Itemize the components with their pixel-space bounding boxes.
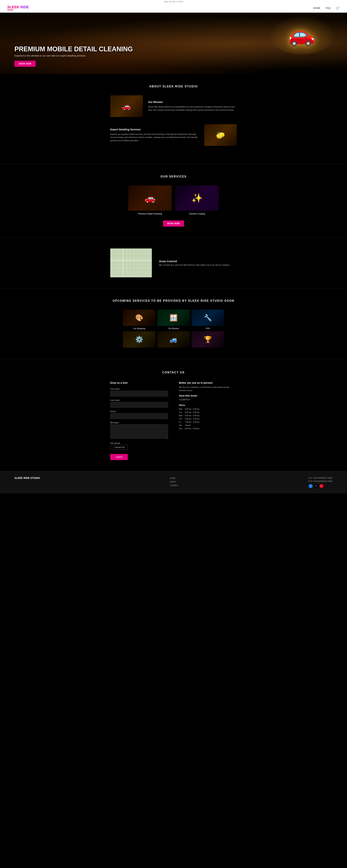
hours-row-fri: Fri 7:00 am - 3:00 pm <box>179 421 237 424</box>
hero-content: PREMIUM MOBILE DETAIL CLEANING Experienc… <box>15 45 332 67</box>
first-name-label: First name <box>110 388 168 390</box>
upcoming-card-5: 🚙 <box>157 331 190 349</box>
footer-link-contact[interactable]: CONTACT <box>170 484 179 487</box>
footer-logo: SLEEK RIDE STUDIO <box>15 476 40 479</box>
about-services-image: 🧽 <box>204 124 237 146</box>
nav-links: HOME FAQ 🛒 <box>313 6 340 10</box>
map-row: Areas Covered WE COVER ALL AUSTIN METROP… <box>110 248 237 277</box>
contact-section: CONTACT US Drop us a line! First name La… <box>0 360 347 471</box>
navbar: SLEEK RIDE Studio HOME FAQ 🛒 <box>0 3 347 13</box>
about-services-row: 🧽 Expert Detailing Services Explore our … <box>110 124 237 146</box>
message-label: Message * <box>110 422 168 424</box>
service-card-1: 🚗 Premium Detail Cleaning <box>128 185 172 215</box>
service-image-1: 🚗 <box>128 185 172 211</box>
hours-table: Mon 8:00 am - 6:00 pm Tue 8:00 am - 6:00… <box>179 407 237 430</box>
email-group: Email * <box>110 410 168 419</box>
message-textarea[interactable] <box>110 424 168 439</box>
first-name-group: First name <box>110 388 168 397</box>
service-image-2: ✨ <box>175 185 219 211</box>
service-label-1: Premium Detail Cleaning <box>128 213 172 215</box>
hours-row-sun: Sun 8:00 am - 8:00 pm <box>179 427 237 430</box>
map-box <box>110 248 152 277</box>
contact-info-title: Better yet, see us in person! <box>179 381 237 384</box>
top-bar: Made with WiX STUDIO <box>0 0 347 3</box>
about-mission-image: 🚗 <box>110 95 143 117</box>
about-mission-title: Our Mission <box>148 100 237 103</box>
upcoming-image-5: 🚙 <box>157 331 190 348</box>
contact-phone: 5126887914 <box>179 398 237 401</box>
hours-row-wed: Wed 8:00 am - 6:00 pm <box>179 414 237 417</box>
facebook-button[interactable]: f <box>309 484 313 488</box>
footer-address: PUT YOUR ADDRESS HERE PUT YOUR ADDRESS H… <box>309 476 332 488</box>
contact-info: Better yet, see us in person! We love ou… <box>179 381 237 460</box>
contact-info-text: We love our customers, so feel free to v… <box>179 386 237 392</box>
hero-subtitle: Experience the ultimate in car care with… <box>15 54 332 57</box>
services-book-now-button[interactable]: BOOK NOW <box>163 220 184 227</box>
email-input[interactable] <box>110 413 168 419</box>
upcoming-section-title: UPCOMING SERVICES TO BE PROVIDED BY SLEE… <box>15 299 332 303</box>
message-group: Message * <box>110 422 168 439</box>
map-description: WE COVER ALL AUSTIN METROPOLITAN AREA on… <box>159 264 230 266</box>
upcoming-card-6: 🏆 <box>192 331 224 349</box>
hours-row-tue: Tue 8:00 am - 6:00 pm <box>179 411 237 414</box>
service-card-2: ✨ Ceramic Coating <box>175 185 219 215</box>
submit-button[interactable]: Submit <box>110 454 128 460</box>
hours-row-mon: Mon 8:00 am - 6:00 pm <box>179 407 237 411</box>
hours-row-thu: Thu 8:00 am - 6:00 pm <box>179 417 237 421</box>
twitter-button[interactable]: ✕ <box>314 484 318 488</box>
footer-link-home[interactable]: HOME <box>170 476 179 480</box>
services-book-center: BOOK NOW <box>15 220 332 227</box>
submit-group: Submit <box>110 452 168 460</box>
upcoming-card-2: 🪟 Tint Window <box>157 310 190 330</box>
contact-hours-title: Hours <box>179 404 237 406</box>
hero-title: PREMIUM MOBILE DETAIL CLEANING <box>15 45 332 53</box>
upcoming-image-3: 🔧 <box>192 310 224 326</box>
footer-social: f ✕ P <box>309 484 332 488</box>
hero-section: PREMIUM MOBILE DETAIL CLEANING Experienc… <box>0 13 347 74</box>
pinterest-button[interactable]: P <box>320 484 323 488</box>
footer-link-about[interactable]: ABOUT <box>170 480 179 484</box>
last-name-group: Last name <box>110 399 168 408</box>
about-section-title: ABOUT SLEEK RIDE STUDIO <box>15 85 332 88</box>
map-text: Areas Covered WE COVER ALL AUSTIN METROP… <box>159 260 230 266</box>
upcoming-image-1: 🎨 <box>123 310 155 326</box>
upcoming-image-4: ⚙️ <box>123 331 155 348</box>
contact-grid: Drop us a line! First name Last name Ema… <box>110 381 237 460</box>
upcoming-image-6: 🏆 <box>192 331 224 348</box>
email-label: Email * <box>110 410 168 412</box>
logo-ride: RIDE <box>19 5 29 9</box>
services-section: OUR SERVICES 🚗 Premium Detail Cleaning ✨… <box>0 164 347 238</box>
hours-row-sat: Sat Closed <box>179 424 237 427</box>
about-section: ABOUT SLEEK RIDE STUDIO 🚗 Our Mission Sl… <box>0 74 347 164</box>
services-grid: 🚗 Premium Detail Cleaning ✨ Ceramic Coat… <box>128 185 219 215</box>
upcoming-label-1: Car Wrapping <box>123 328 155 330</box>
file-upload-label: File upload <box>110 442 168 444</box>
map-grid <box>110 248 152 277</box>
services-section-title: OUR SERVICES <box>15 175 332 178</box>
hero-book-now-button[interactable]: BOOK NOW <box>15 61 36 67</box>
map-section: Areas Covered WE COVER ALL AUSTIN METROP… <box>0 238 347 288</box>
about-mission-row: 🚗 Our Mission Sleek Ride Studio delivers… <box>110 95 237 117</box>
logo-studio: Studio <box>7 9 29 11</box>
contact-form: Drop us a line! First name Last name Ema… <box>110 381 168 460</box>
footer-links: HOME ABOUT CONTACT <box>170 476 179 487</box>
upcoming-card-1: 🎨 Car Wrapping <box>123 310 155 330</box>
logo-sleek: SLEEK <box>7 5 19 9</box>
upcoming-section: UPCOMING SERVICES TO BE PROVIDED BY SLEE… <box>0 288 347 360</box>
first-name-input[interactable] <box>110 391 168 397</box>
about-mission-text: Our Mission Sleek Ride Studio delivers a… <box>148 100 237 112</box>
file-upload-button[interactable]: + Upload File <box>110 445 127 450</box>
file-upload-group: File upload + Upload File <box>110 442 168 450</box>
upcoming-label-3: PPR <box>192 328 224 330</box>
upcoming-card-4: ⚙️ <box>123 331 155 349</box>
about-services-title: Expert Detailing Services <box>110 128 199 131</box>
nav-link-home[interactable]: HOME <box>313 7 320 9</box>
nav-link-faq[interactable]: FAQ <box>326 7 330 9</box>
upcoming-grid: 🎨 Car Wrapping 🪟 Tint Window 🔧 PPR ⚙️ 🚙 <box>123 310 224 349</box>
footer-address-title: PUT YOUR ADDRESS HERE <box>309 476 332 480</box>
contact-form-title: Drop us a line! <box>110 381 168 384</box>
last-name-input[interactable] <box>110 402 168 408</box>
cart-icon[interactable]: 🛒 <box>336 6 340 10</box>
about-services-text: Expert Detailing Services Explore our ex… <box>110 128 199 142</box>
service-label-2: Ceramic Coating <box>175 213 219 215</box>
